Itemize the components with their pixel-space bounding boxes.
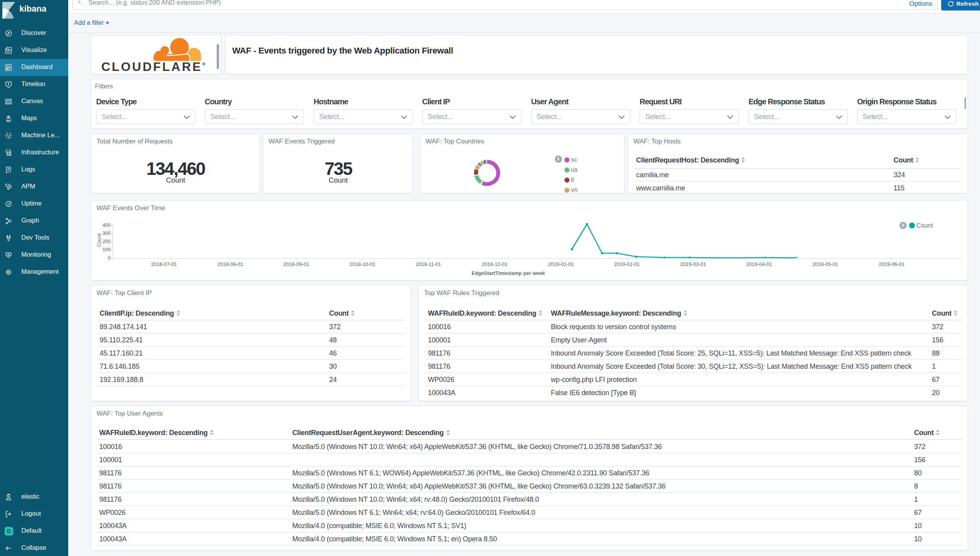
svg-text:D: D xyxy=(7,528,11,534)
